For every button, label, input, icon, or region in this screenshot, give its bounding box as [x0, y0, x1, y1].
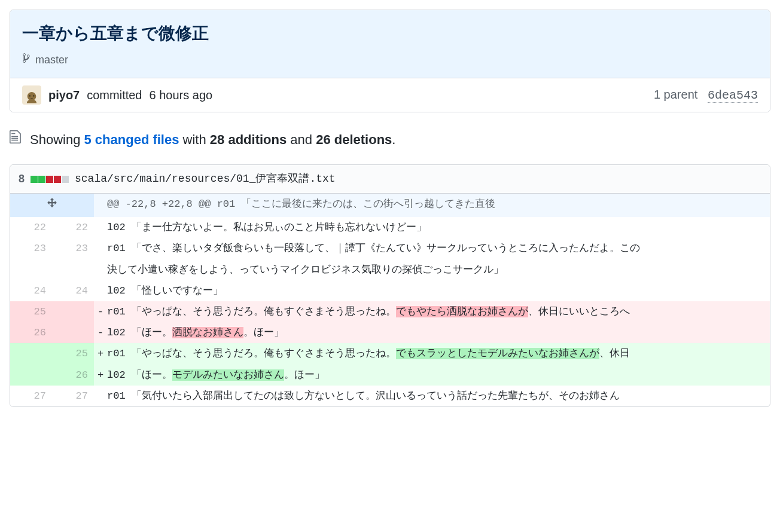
new-line-num[interactable]: 26: [52, 365, 94, 386]
avatar[interactable]: [22, 85, 41, 105]
changed-files-link[interactable]: 5 changed files: [84, 132, 179, 147]
old-line-num[interactable]: 27: [10, 386, 52, 406]
old-line-num[interactable]: 24: [10, 280, 52, 301]
diff-line: 23 23 r01 「でさ、楽しいタダ飯食らいも一段落して、｜譚丁《たんてい》サ…: [10, 238, 770, 259]
diff-line-deletion: 26 -l02 「ほー。洒脱なお姉さん。ほー」: [10, 322, 770, 343]
old-line-num[interactable]: 22: [10, 217, 52, 238]
new-line-num[interactable]: [52, 301, 94, 322]
commit-meta-left: piyo7 committed 6 hours ago: [22, 85, 212, 105]
svg-point-0: [29, 95, 31, 96]
file-path[interactable]: scala/src/main/resources/01_伊宮奉双譜.txt: [75, 171, 336, 187]
author-name[interactable]: piyo7: [48, 86, 80, 104]
old-line-num[interactable]: 23: [10, 238, 52, 259]
commit-header: 一章から五章まで微修正 master piyo7 committed 6 hou…: [10, 10, 770, 112]
diff-table: @@ -22,8 +22,8 @@ r01 「ここに最後に来たのは、この街へ引っ…: [10, 194, 770, 406]
diffstat-add-block: [31, 176, 38, 183]
diff-summary: Showing 5 changed files with 28 addition…: [0, 122, 780, 164]
diff-line-deletion: 25 -r01 「やっぱな、そう思うだろ。俺もすぐさまそう思ったね。でもやたら洒…: [10, 301, 770, 322]
hunk-header-text: @@ -22,8 +22,8 @@ r01 「ここに最後に来たのは、この街へ引っ…: [94, 194, 770, 217]
git-branch-icon: [22, 52, 31, 68]
commit-meta: piyo7 committed 6 hours ago 1 parent 6de…: [10, 78, 770, 112]
new-line-num[interactable]: [52, 322, 94, 343]
code-content: +r01 「やっぱな、そう思うだろ。俺もすぐさまそう思ったね。でもスラッとしたモ…: [94, 343, 770, 364]
code-content: l02 「怪しいですなー」: [94, 280, 770, 301]
diff-line: 決して小遣い稼ぎをしよう、っていうマイクロビジネス気取りの探偵ごっこサークル」: [10, 259, 770, 280]
hunk-header-row: @@ -22,8 +22,8 @@ r01 「ここに最後に来たのは、この街へ引っ…: [10, 194, 770, 217]
code-content: -r01 「やっぱな、そう思うだろ。俺もすぐさまそう思ったね。でもやたら洒脱なお…: [94, 301, 770, 322]
old-line-num[interactable]: [10, 365, 52, 386]
diff-line-addition: 25 +r01 「やっぱな、そう思うだろ。俺もすぐさまそう思ったね。でもスラッと…: [10, 343, 770, 364]
code-content: 決して小遣い稼ぎをしよう、っていうマイクロビジネス気取りの探偵ごっこサークル」: [94, 259, 770, 280]
branch-name[interactable]: master: [35, 52, 68, 68]
svg-point-1: [33, 95, 34, 96]
committed-label: committed: [87, 86, 142, 104]
file-change-count: 8: [19, 171, 25, 187]
diff-line: 22 22 l02 「まー仕方ないよー。私はお兄ぃのこと片時も忘れないけどー」: [10, 217, 770, 238]
diffstat-del-block: [54, 176, 61, 183]
old-line-num[interactable]: [10, 343, 52, 364]
code-content: r01 「でさ、楽しいタダ飯食らいも一段落して、｜譚丁《たんてい》サークルってい…: [94, 238, 770, 259]
new-line-num[interactable]: 24: [52, 280, 94, 301]
diffstat-del-block: [46, 176, 53, 183]
old-line-num[interactable]: [10, 259, 52, 280]
diff-line-addition: 26 +l02 「ほー。モデルみたいなお姉さん。ほー」: [10, 365, 770, 386]
new-line-num[interactable]: 25: [52, 343, 94, 364]
parent-sha[interactable]: 6dea543: [708, 88, 758, 103]
diff-line: 27 27 r01 「気付いたら入部届出してたのは致し方ないとして。沢山いるって…: [10, 386, 770, 406]
code-content: -l02 「ほー。洒脱なお姉さん。ほー」: [94, 322, 770, 343]
time-ago: 6 hours ago: [150, 86, 213, 104]
summary-text: Showing 5 changed files with 28 addition…: [30, 130, 395, 149]
new-line-num[interactable]: 22: [52, 217, 94, 238]
commit-title-area: 一章から五章まで微修正 master: [10, 10, 770, 78]
code-content: r01 「気付いたら入部届出してたのは致し方ないとして。沢山いるっていう話だった…: [94, 386, 770, 406]
diffstat-blocks: [31, 176, 69, 183]
new-line-num[interactable]: 23: [52, 238, 94, 259]
commit-meta-right: 1 parent 6dea543: [654, 85, 758, 105]
diffstat-add-block: [38, 176, 45, 183]
old-line-num[interactable]: 25: [10, 301, 52, 322]
file-diff-icon[interactable]: [10, 129, 23, 150]
diffstat-neutral-block: [62, 176, 69, 183]
new-line-num[interactable]: 27: [52, 386, 94, 406]
code-content: +l02 「ほー。モデルみたいなお姉さん。ほー」: [94, 365, 770, 386]
old-line-num[interactable]: 26: [10, 322, 52, 343]
code-content: l02 「まー仕方ないよー。私はお兄ぃのこと片時も忘れないけどー」: [94, 217, 770, 238]
diff-line: 24 24 l02 「怪しいですなー」: [10, 280, 770, 301]
parent-count: 1 parent: [654, 88, 697, 101]
file-diff: 8 scala/src/main/resources/01_伊宮奉双譜.txt …: [10, 164, 770, 407]
expand-hunk-button[interactable]: [10, 194, 94, 217]
file-header: 8 scala/src/main/resources/01_伊宮奉双譜.txt: [10, 165, 770, 194]
new-line-num[interactable]: [52, 259, 94, 280]
commit-title: 一章から五章まで微修正: [22, 21, 758, 46]
branch-row: master: [22, 52, 758, 68]
